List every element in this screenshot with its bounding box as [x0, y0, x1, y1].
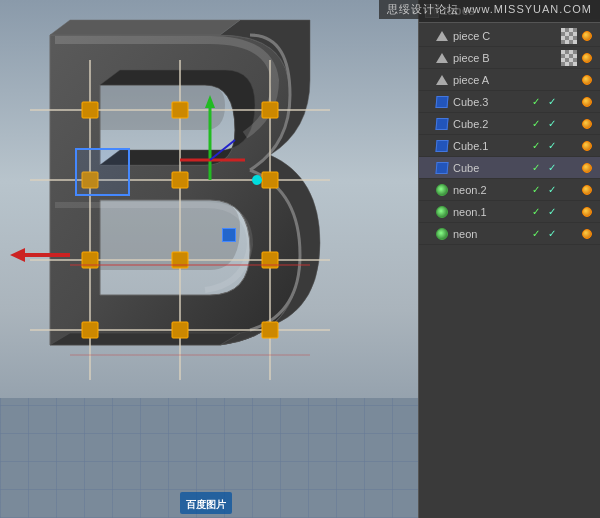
triangle-icon — [435, 29, 449, 43]
object-name: piece A — [453, 74, 528, 86]
render-toggle[interactable]: ✓ — [544, 206, 560, 217]
visibility-toggle[interactable]: ✓ — [528, 184, 544, 195]
list-item[interactable]: Cube.2 ✓ ✓ — [419, 113, 600, 135]
render-toggle[interactable]: ✓ — [544, 228, 560, 239]
render-toggle[interactable]: ✓ — [544, 118, 560, 129]
list-item[interactable]: Cube.1 ✓ ✓ — [419, 135, 600, 157]
bottom-watermark: 百度图片 — [180, 492, 232, 514]
transform-gizmo — [175, 90, 255, 190]
cube-icon — [435, 161, 449, 175]
main-container: 思绥设计论坛 www.MISSYUAN.COM — [0, 0, 600, 518]
visibility-toggle[interactable]: ✓ — [528, 118, 544, 129]
red-direction-arrow — [10, 248, 70, 262]
visibility-toggle[interactable]: ✓ — [528, 206, 544, 217]
visibility-toggle[interactable]: ✓ — [528, 228, 544, 239]
svg-line-24 — [210, 140, 235, 160]
object-name: Cube.2 — [453, 118, 528, 130]
watermark-bar: 思绥设计论坛 www.MISSYUAN.COM — [379, 0, 600, 19]
svg-marker-25 — [10, 248, 25, 262]
object-name: neon.2 — [453, 184, 528, 196]
orange-dot — [578, 31, 596, 41]
list-item[interactable]: neon ✓ ✓ — [419, 223, 600, 245]
svg-rect-16 — [82, 322, 98, 338]
orange-dot — [578, 185, 596, 195]
orange-dot — [578, 53, 596, 63]
material-dot — [560, 50, 578, 66]
orange-dot — [578, 75, 596, 85]
list-item[interactable]: Cube ✓ ✓ — [419, 157, 600, 179]
svg-rect-12 — [262, 172, 278, 188]
visibility-toggle[interactable]: ✓ — [528, 162, 544, 173]
neon-icon — [435, 183, 449, 197]
orange-dot — [578, 141, 596, 151]
cube-icon — [435, 139, 449, 153]
render-toggle[interactable]: ✓ — [544, 140, 560, 151]
object-name: piece C — [453, 30, 528, 42]
object-name: piece B — [453, 52, 528, 64]
object-name: Cube.1 — [453, 140, 528, 152]
object-list: piece C piece B — [419, 23, 600, 247]
render-toggle[interactable]: ✓ — [544, 162, 560, 173]
svg-rect-9 — [262, 102, 278, 118]
object-name: neon.1 — [453, 206, 528, 218]
svg-rect-17 — [172, 322, 188, 338]
watermark-label: 百度图片 — [186, 499, 226, 510]
material-dot — [560, 28, 578, 44]
object-name: neon — [453, 228, 528, 240]
list-item[interactable]: piece A — [419, 69, 600, 91]
triangle-icon — [435, 73, 449, 87]
svg-rect-26 — [25, 253, 70, 257]
orange-dot — [578, 207, 596, 217]
list-item[interactable]: neon.2 ✓ ✓ — [419, 179, 600, 201]
cube-icon — [435, 95, 449, 109]
visibility-toggle[interactable]: ✓ — [528, 96, 544, 107]
cyan-dot-indicator — [252, 175, 262, 185]
object-name: Cube — [453, 162, 528, 174]
orange-dot — [578, 97, 596, 107]
neon-icon — [435, 227, 449, 241]
object-name: Cube.3 — [453, 96, 528, 108]
list-item[interactable]: neon.1 ✓ ✓ — [419, 201, 600, 223]
render-toggle[interactable]: ✓ — [544, 184, 560, 195]
svg-rect-7 — [82, 102, 98, 118]
selection-rectangle — [75, 148, 130, 196]
3d-viewport[interactable]: 百度图片 — [0, 0, 418, 518]
orange-dot — [578, 163, 596, 173]
list-item[interactable]: piece B — [419, 47, 600, 69]
orange-dot — [578, 229, 596, 239]
blue-cube-indicator — [222, 228, 236, 242]
visibility-toggle[interactable]: ✓ — [528, 140, 544, 151]
orange-dot — [578, 119, 596, 129]
svg-rect-18 — [262, 322, 278, 338]
list-item[interactable]: piece C — [419, 25, 600, 47]
cube-icon — [435, 117, 449, 131]
list-item[interactable]: Cube.3 ✓ ✓ — [419, 91, 600, 113]
render-toggle[interactable]: ✓ — [544, 96, 560, 107]
triangle-icon — [435, 51, 449, 65]
watermark-text: 思绥设计论坛 www.MISSYUAN.COM — [387, 3, 592, 15]
neon-icon — [435, 205, 449, 219]
scene-hierarchy-panel[interactable]: 1↑ tubes piece C — [418, 0, 600, 518]
svg-marker-22 — [205, 95, 215, 108]
